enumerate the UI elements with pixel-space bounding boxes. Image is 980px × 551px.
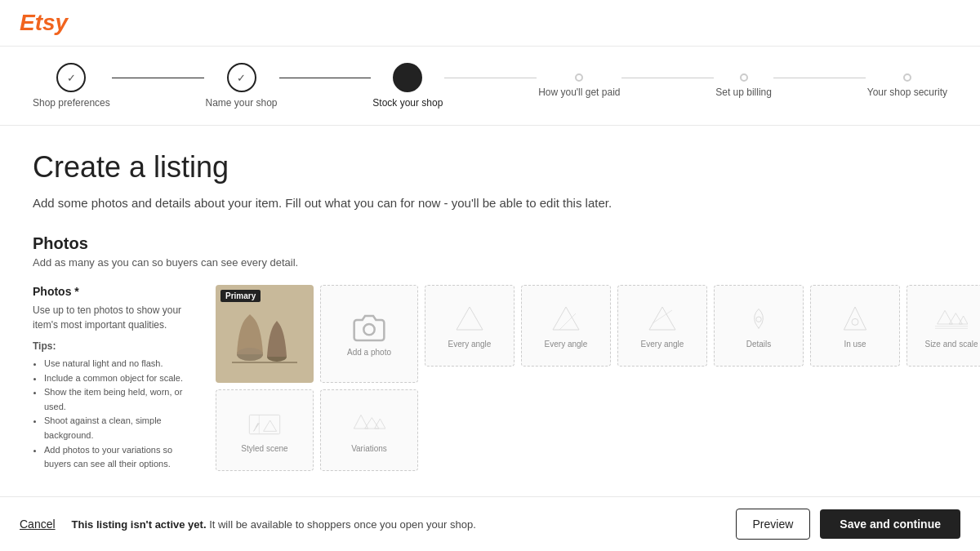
tips-list: Use natural light and no flash. Include … (33, 357, 196, 472)
bottom-left: Cancel This listing isn't active yet. It… (20, 518, 476, 531)
angle-icon-1 (453, 304, 486, 336)
styled-scene-icon: Styled scene (241, 390, 287, 470)
header: Etsy (0, 0, 980, 47)
details-icon: Details (742, 286, 775, 366)
camera-icon (353, 312, 385, 344)
every-angle-icon-2: Every angle (545, 286, 588, 366)
svg-point-2 (237, 348, 263, 361)
cancel-button[interactable]: Cancel (20, 518, 56, 531)
in-use-tile[interactable]: In use (810, 285, 900, 367)
every-angle-label-3: Every angle (641, 340, 684, 349)
size-scale-tile[interactable]: Size and scale (906, 285, 980, 367)
tip-1: Use natural light and no flash. (44, 357, 196, 371)
photos-field-label: Photos * (33, 285, 196, 298)
every-angle-label-2: Every angle (545, 340, 588, 349)
photos-grid: Primary (216, 285, 980, 472)
size-scale-icon: Size and scale (924, 286, 978, 366)
listing-notice-text: It will be available to shoppers once yo… (207, 518, 476, 531)
connector-3 (444, 78, 537, 78)
variations-tile[interactable]: Variations (320, 389, 418, 471)
photos-layout: Photos * Use up to ten photos to show yo… (33, 285, 931, 472)
every-angle-tile-2[interactable]: Every angle (521, 285, 611, 367)
details-tile[interactable]: Details (714, 285, 804, 367)
add-photo-label: Add a photo (347, 348, 391, 357)
details-label: Details (746, 340, 772, 349)
page-subtitle: Add some photos and details about your i… (33, 196, 931, 210)
primary-badge: Primary (220, 290, 261, 302)
main-content: Create a listing Add some photos and det… (0, 126, 964, 551)
step-circle-billing (740, 73, 748, 82)
step-label-name-your-shop: Name your shop (206, 97, 278, 109)
step-circle-name-your-shop: ✓ (227, 63, 256, 92)
every-angle-tile-3[interactable]: Every angle (617, 285, 707, 367)
step-label-billing: Set up billing (715, 87, 772, 98)
styled-scene-label: Styled scene (241, 444, 287, 453)
progress-bar: ✓ Shop preferences ✓ Name your shop Stoc… (0, 47, 980, 126)
tips-label: Tips: (33, 340, 196, 352)
step-circle-get-paid (575, 73, 583, 82)
styled-scene-tile[interactable]: Styled scene (216, 389, 314, 471)
tip-2: Include a common object for scale. (44, 371, 196, 386)
step-get-paid: How you'll get paid (538, 73, 620, 98)
svg-marker-22 (264, 420, 277, 431)
svg-marker-25 (375, 419, 385, 429)
angle-icon-2 (550, 304, 582, 336)
photos-row-1: Primary (216, 285, 980, 383)
step-circle-security (903, 73, 911, 82)
photos-section: Photos Add as many as you can so buyers … (33, 234, 931, 472)
step-label-security: Your shop security (867, 87, 947, 98)
every-angle-icon-3: Every angle (641, 286, 684, 366)
tip-5: Add photos to your variations so buyers … (44, 443, 196, 472)
step-shop-preferences: ✓ Shop preferences (33, 63, 110, 109)
in-use-icon: In use (839, 286, 871, 366)
section-title-photos: Photos (33, 234, 931, 253)
section-subtitle-photos: Add as many as you can so buyers can see… (33, 256, 931, 269)
svg-marker-15 (949, 313, 962, 323)
every-angle-icon-1: Every angle (448, 286, 492, 366)
preview-button[interactable]: Preview (736, 509, 811, 540)
in-use-label: In use (844, 340, 866, 349)
bottom-bar: Cancel This listing isn't active yet. It… (0, 496, 980, 551)
every-angle-label-1: Every angle (448, 340, 492, 349)
bottom-right: Preview Save and continue (736, 509, 961, 540)
etsy-logo: Etsy (20, 10, 68, 36)
step-label-get-paid: How you'll get paid (538, 87, 620, 98)
listing-notice: This listing isn't active yet. It will b… (72, 518, 476, 531)
connector-2 (279, 78, 372, 78)
save-continue-button[interactable]: Save and continue (820, 509, 960, 539)
every-angle-tile-1[interactable]: Every angle (425, 285, 514, 367)
svg-marker-16 (959, 316, 968, 324)
connector-1 (112, 78, 204, 78)
in-use-svg-icon (839, 304, 871, 336)
add-photo-icon-container: Add a photo (347, 286, 391, 382)
primary-photo-tile[interactable]: Primary (216, 285, 314, 383)
svg-marker-7 (553, 307, 579, 330)
svg-marker-6 (457, 307, 483, 330)
svg-point-11 (756, 317, 761, 322)
step-name-your-shop: ✓ Name your shop (206, 63, 278, 109)
steps-container: ✓ Shop preferences ✓ Name your shop Stoc… (33, 63, 947, 109)
svg-marker-21 (254, 423, 260, 431)
step-label-stock-your-shop: Stock your shop (372, 97, 443, 109)
step-circle-shop-preferences: ✓ (56, 63, 86, 92)
tip-3: Show the item being held, worn, or used. (44, 385, 196, 414)
add-photo-tile[interactable]: Add a photo (320, 285, 418, 383)
photos-row-2: Styled scene Variations (216, 389, 980, 471)
photos-info: Photos * Use up to ten photos to show yo… (33, 285, 196, 472)
svg-line-8 (559, 313, 576, 330)
step-billing: Set up billing (715, 73, 772, 98)
photos-field-desc: Use up to ten photos to show your item's… (33, 303, 196, 332)
variations-icon: Variations (351, 390, 387, 470)
svg-line-10 (653, 310, 672, 323)
details-svg-icon (742, 304, 775, 336)
size-scale-label: Size and scale (924, 340, 978, 349)
listing-notice-bold: This listing isn't active yet. (72, 518, 207, 531)
size-scale-svg-icon (935, 304, 968, 336)
connector-5 (773, 78, 866, 78)
step-circle-stock-your-shop (393, 63, 422, 92)
angle-icon-3 (646, 304, 679, 336)
page-title: Create a listing (33, 150, 931, 184)
step-stock-your-shop: Stock your shop (372, 63, 443, 109)
tip-4: Shoot against a clean, simple background… (44, 414, 196, 442)
styled-scene-svg-icon (248, 408, 281, 441)
